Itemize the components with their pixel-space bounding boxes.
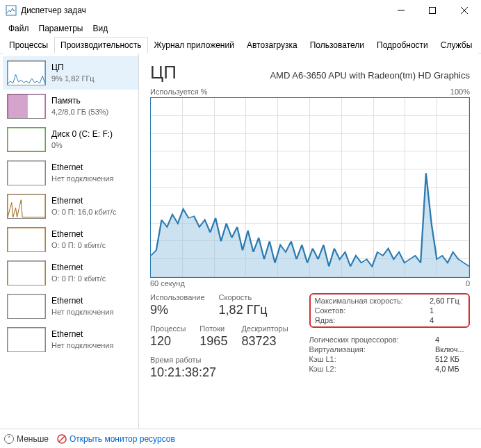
sidebar-sub-1: 4,2/8,0 ГБ (53%) <box>51 107 108 117</box>
sidebar-thumb-2 <box>7 127 46 152</box>
sidebar-sub-4: О: 0 П: 16,0 кбит/с <box>51 207 116 217</box>
svg-rect-2 <box>429 8 435 14</box>
spec-value: 4 <box>435 335 470 344</box>
app-icon <box>6 5 17 16</box>
sidebar-sub-7: Нет подключения <box>51 307 113 317</box>
spec-value: 2,60 ГГц <box>430 297 464 305</box>
sidebar-item-8[interactable]: EthernetНет подключения <box>3 323 138 356</box>
stat-speed-label: Скорость <box>219 293 268 301</box>
fewer-details-button[interactable]: ˄ Меньше <box>4 434 49 444</box>
spec-value: 4,0 МБ <box>435 365 470 373</box>
sidebar-title-2: Диск 0 (C: E: F:) <box>51 129 113 140</box>
chevron-up-icon: ˄ <box>4 434 14 444</box>
sidebar-item-1[interactable]: Память4,2/8,0 ГБ (53%) <box>3 90 138 123</box>
sidebar-item-4[interactable]: EthernetО: 0 П: 16,0 кбит/с <box>3 190 138 223</box>
fewer-details-label: Меньше <box>17 434 49 444</box>
maximize-button[interactable] <box>416 0 448 21</box>
menu-options[interactable]: Параметры <box>35 22 88 35</box>
sidebar-item-0[interactable]: ЦП9% 1,82 ГГц <box>3 56 138 90</box>
svg-rect-13 <box>8 294 45 319</box>
sidebar-title-5: Ethernet <box>51 229 106 240</box>
stat-usage-label: Использование <box>150 293 205 301</box>
sidebar-thumb-4 <box>7 194 46 219</box>
svg-rect-14 <box>8 328 45 352</box>
spec-key: Кэш L1: <box>309 355 336 363</box>
svg-rect-11 <box>8 228 45 252</box>
sidebar-item-6[interactable]: EthernetО: 0 П: 0 кбит/с <box>3 256 138 290</box>
tab-processes[interactable]: Процессы <box>3 37 54 53</box>
sidebar-sub-5: О: 0 П: 0 кбит/с <box>51 240 106 250</box>
stat-threads-label: Потоки <box>199 324 227 333</box>
spec-key: Кэш L2: <box>309 365 336 373</box>
sidebar-title-3: Ethernet <box>51 163 113 174</box>
close-button[interactable] <box>448 0 481 21</box>
menubar: Файл Параметры Вид <box>0 21 481 36</box>
sidebar-item-5[interactable]: EthernetО: 0 П: 0 кбит/с <box>3 223 138 256</box>
sidebar-thumb-6 <box>7 260 46 285</box>
sidebar-sub-8: Нет подключения <box>51 340 113 350</box>
axis-right: 0 <box>466 279 470 288</box>
spec-value: 4 <box>430 316 464 324</box>
sidebar-title-0: ЦП <box>51 63 95 74</box>
svg-rect-8 <box>8 128 45 152</box>
spec-key: Ядра: <box>315 316 336 324</box>
stat-handles: 83723 <box>241 334 288 349</box>
tab-users[interactable]: Пользователи <box>304 37 370 53</box>
spec-value: 512 КБ <box>435 355 470 363</box>
sidebar-title-8: Ethernet <box>51 329 113 340</box>
tabs: Процессы Производительность Журнал прило… <box>0 36 481 53</box>
tab-startup[interactable]: Автозагрузка <box>241 37 304 53</box>
cpu-model: AMD A6-3650 APU with Radeon(tm) HD Graph… <box>270 70 470 81</box>
sidebar[interactable]: ЦП9% 1,82 ГГцПамять4,2/8,0 ГБ (53%)Диск … <box>0 53 139 429</box>
sidebar-item-2[interactable]: Диск 0 (C: E: F:)0% <box>3 123 138 156</box>
main-panel: ЦП AMD A6-3650 APU with Radeon(tm) HD Gr… <box>139 53 481 429</box>
sidebar-thumb-5 <box>7 227 46 252</box>
cpu-chart <box>150 97 470 278</box>
sidebar-title-1: Память <box>51 96 108 107</box>
svg-line-16 <box>59 436 65 442</box>
stat-handles-label: Дескрипторы <box>241 324 288 333</box>
stat-processes: 120 <box>150 334 186 349</box>
resource-monitor-link[interactable]: Открыть монитор ресурсов <box>57 434 175 444</box>
spec-value: Включ... <box>435 345 470 354</box>
stat-uptime-label: Время работы <box>150 356 288 364</box>
svg-rect-10 <box>8 194 45 219</box>
stat-uptime: 10:21:38:27 <box>150 365 288 380</box>
sidebar-sub-0: 9% 1,82 ГГц <box>51 74 95 83</box>
stat-speed: 1,82 ГГц <box>219 303 268 317</box>
spec-value: 1 <box>430 306 464 315</box>
sidebar-item-7[interactable]: EthernetНет подключения <box>3 290 138 323</box>
other-specs: Логических процессоров:4Виртуализация:Вк… <box>309 335 470 374</box>
tab-services[interactable]: Службы <box>434 37 478 53</box>
menu-view[interactable]: Вид <box>88 22 112 35</box>
sidebar-thumb-0 <box>7 60 46 85</box>
chart-title: Используется % <box>150 88 208 96</box>
sidebar-thumb-8 <box>7 327 46 352</box>
axis-left: 60 секунд <box>150 279 185 288</box>
spec-key: Максимальная скорость: <box>315 297 403 305</box>
sidebar-title-4: Ethernet <box>51 196 116 207</box>
tab-performance[interactable]: Производительность <box>54 37 147 53</box>
highlighted-specs: Максимальная скорость:2,60 ГГцСокетов:1Я… <box>309 293 470 328</box>
svg-rect-7 <box>8 94 28 119</box>
sidebar-sub-2: 0% <box>51 140 113 150</box>
window-title: Диспетчер задач <box>21 6 385 15</box>
main-heading: ЦП <box>150 62 177 83</box>
sidebar-sub-6: О: 0 П: 0 кбит/с <box>51 274 106 283</box>
sidebar-thumb-7 <box>7 294 46 319</box>
spec-key: Виртуализация: <box>309 345 366 354</box>
sidebar-item-3[interactable]: EthernetНет подключения <box>3 156 138 190</box>
resource-monitor-label: Открыть монитор ресурсов <box>70 434 175 444</box>
sidebar-thumb-1 <box>7 94 46 119</box>
tab-details[interactable]: Подробности <box>370 37 434 53</box>
stat-usage: 9% <box>150 303 205 317</box>
svg-rect-12 <box>8 261 45 285</box>
minimize-button[interactable] <box>385 0 416 21</box>
sidebar-title-6: Ethernet <box>51 263 106 274</box>
menu-file[interactable]: Файл <box>4 22 33 35</box>
spec-key: Логических процессоров: <box>309 335 399 344</box>
resource-monitor-icon <box>57 434 67 444</box>
tab-app-history[interactable]: Журнал приложений <box>148 37 241 53</box>
spec-key: Сокетов: <box>315 306 346 315</box>
sidebar-sub-3: Нет подключения <box>51 174 113 183</box>
